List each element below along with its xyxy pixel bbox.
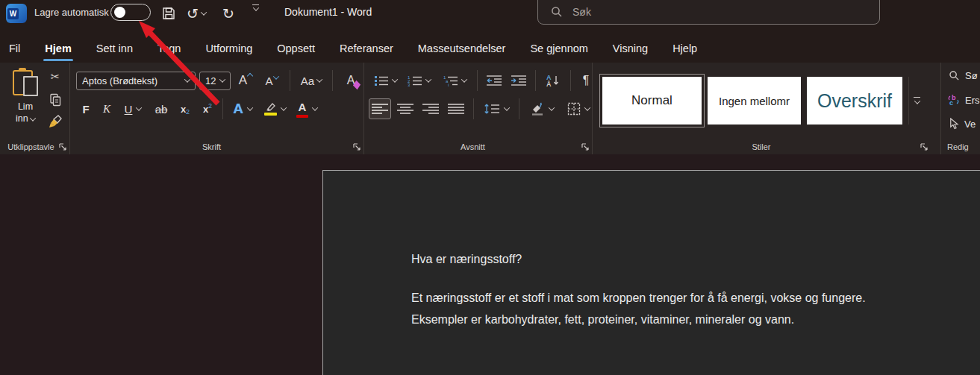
superscript-base: x [203,104,208,115]
separator [222,98,223,119]
font-color-button[interactable]: A [292,99,322,119]
font-size-select[interactable]: 12 [199,72,231,90]
increase-indent-button[interactable] [508,71,530,90]
font-family-select[interactable]: Aptos (Brødtekst) [76,72,196,90]
toggle-knob [114,7,125,18]
line-spacing-icon [484,103,500,115]
decrease-indent-button[interactable] [483,71,505,90]
superscript-digit: 2 [208,102,212,110]
chevron-down-icon [247,104,253,110]
tab-utforming[interactable]: Utforming [205,36,252,63]
paste-button[interactable]: Lim inn [6,69,45,136]
tab-sett-inn[interactable]: Sett inn [96,36,133,63]
search-icon [949,70,960,81]
bold-button[interactable]: F [76,99,96,119]
tab-masseutsendelser[interactable]: Masseutsendelser [418,36,506,63]
group-clipboard: Lim inn ✂ Utklippstavle [0,63,70,154]
style-card-ingen-mellomrom[interactable]: Ingen mellomr [708,77,801,125]
align-left-button[interactable] [369,98,391,119]
cursor-icon [948,118,959,130]
dialog-launcher-icon[interactable] [920,142,928,151]
chevron-down-icon [312,104,318,110]
style-card-overskrift1[interactable]: Overskrif [807,77,902,125]
styles-gallery-more-button[interactable] [908,77,925,125]
ribbon-tab-row: Fil Hjem Sett inn Tegn Utforming Oppsett… [0,36,980,63]
change-case-button[interactable]: Aa [297,71,325,90]
scissors-icon: ✂ [51,70,60,83]
highlight-color-button[interactable] [259,99,290,119]
chevron-down-icon [272,73,278,79]
multilevel-list-button[interactable]: 1 a i [437,71,472,90]
svg-text:i: i [448,83,449,87]
tab-hjelp[interactable]: Hjelp [672,36,697,63]
search-placeholder: Søk [572,6,591,18]
tab-tegn[interactable]: Tegn [157,36,181,63]
search-icon [551,6,563,18]
format-painter-button[interactable] [46,113,64,131]
shading-icon [530,102,545,116]
decrease-indent-icon [486,75,502,86]
tab-se-gjennom[interactable]: Se gjennom [530,36,587,63]
style-card-normal[interactable]: Normal [602,77,702,125]
justify-icon [447,103,465,115]
shrink-font-button[interactable]: A [260,71,283,90]
word-logo-icon: W [6,4,27,23]
bullet-list-icon [374,75,389,86]
strikethrough-button[interactable]: ab [149,99,173,119]
justify-button[interactable] [445,98,467,119]
text-effects-button[interactable]: A [228,99,258,119]
chevron-down-icon [316,76,322,82]
dialog-launcher-icon[interactable] [581,142,590,151]
tab-fil[interactable]: Fil [9,36,20,63]
grow-font-button[interactable]: A [234,71,257,90]
bullet-list-button[interactable] [370,71,400,90]
paste-page-icon [23,76,38,96]
chevron-down-icon [391,76,397,82]
increase-indent-icon [511,75,527,86]
search-box[interactable]: Søk [537,0,880,25]
svg-text:Å: Å [546,81,552,87]
redo-icon: ↻ [222,5,234,22]
tab-referanser[interactable]: Referanser [340,36,393,63]
separator [535,70,536,91]
select-button[interactable]: Ve [948,118,976,130]
svg-text:3: 3 [408,83,411,87]
doc-body-line: Et næringsstoff er et stoff i mat som kr… [411,292,866,305]
subscript-button[interactable]: x 2 [175,99,196,119]
tab-visning[interactable]: Visning [613,36,648,63]
numbered-list-button[interactable]: 123 [402,71,435,90]
dialog-launcher-icon[interactable] [58,142,67,151]
dialog-launcher-icon[interactable] [352,142,361,151]
italic-button[interactable]: K [97,99,116,119]
separator [570,70,571,91]
align-right-icon [422,103,440,115]
cut-button[interactable]: ✂ [46,69,64,85]
document-page[interactable]: Hva er næringsstoff? Et næringsstoff er … [322,170,980,375]
align-center-button[interactable] [394,98,416,119]
underline-button[interactable]: U [118,99,148,119]
chevron-up-icon [247,73,253,79]
style-card-label: Normal [631,93,672,108]
highlight-color-swatch [264,113,277,116]
line-spacing-button[interactable] [480,98,513,119]
superscript-button[interactable]: x 2 [197,99,218,119]
autosave-toggle[interactable] [110,4,151,21]
copy-button[interactable] [46,91,64,109]
replace-button[interactable]: b c Ers [947,94,980,106]
sort-button[interactable]: A Å [541,71,565,90]
redo-button[interactable]: ↻ [222,4,234,22]
undo-button[interactable]: ↺ [187,4,206,22]
find-button[interactable]: Sø [949,70,978,81]
highlighter-icon [264,103,277,116]
quick-access-more-button[interactable] [252,4,259,22]
clear-formatting-button[interactable]: A [340,71,362,90]
tab-oppsett[interactable]: Oppsett [277,36,315,63]
tab-hjem[interactable]: Hjem [45,36,71,63]
group-label-clipboard: Utklippstavle [0,142,62,151]
style-card-label: Overskrif [817,90,892,112]
chevron-down-icon [30,115,36,121]
borders-button[interactable] [561,98,596,119]
align-right-button[interactable] [419,98,442,119]
save-button[interactable] [161,4,176,22]
shading-button[interactable] [525,98,558,119]
